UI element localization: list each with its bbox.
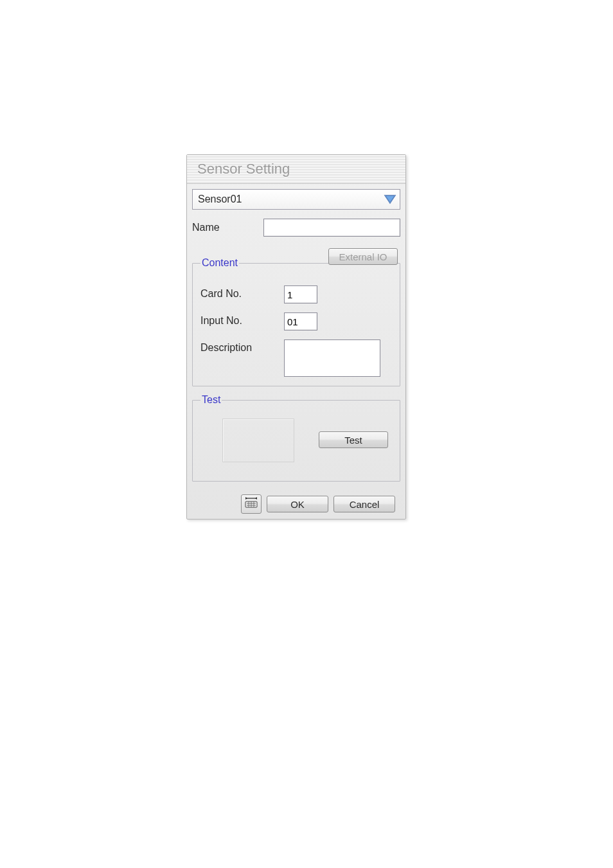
dialog-title: Sensor Setting xyxy=(197,161,290,177)
description-input[interactable] xyxy=(284,339,380,377)
external-io-button[interactable]: External IO xyxy=(328,248,398,265)
name-row: Name xyxy=(192,219,400,237)
svg-marker-3 xyxy=(245,497,247,500)
test-group: Test Test xyxy=(192,394,400,482)
input-no-input[interactable] xyxy=(284,312,317,330)
test-button[interactable]: Test xyxy=(319,431,388,448)
input-no-row: Input No. xyxy=(200,312,392,330)
description-row: Description xyxy=(200,339,392,377)
test-legend: Test xyxy=(200,394,222,406)
svg-marker-0 xyxy=(385,195,395,203)
keyboard-icon xyxy=(244,497,258,511)
titlebar: Sensor Setting xyxy=(187,155,405,184)
dialog-body: Sensor01 Name External IO Content Card N… xyxy=(187,184,405,519)
dialog-footer: OK Cancel xyxy=(192,482,400,519)
description-label: Description xyxy=(200,339,284,354)
dropdown-arrow-icon xyxy=(383,192,397,206)
sensor-dropdown-selected: Sensor01 xyxy=(198,194,242,205)
ok-button[interactable]: OK xyxy=(267,496,328,512)
cancel-button[interactable]: Cancel xyxy=(333,496,395,512)
content-group: Content Card No. Input No. Description xyxy=(192,257,400,386)
svg-marker-4 xyxy=(255,497,257,500)
card-no-row: Card No. xyxy=(200,285,392,303)
name-label: Name xyxy=(192,222,263,233)
onscreen-keyboard-button[interactable] xyxy=(241,494,262,514)
name-input[interactable] xyxy=(263,219,400,237)
sensor-setting-dialog: Sensor Setting Sensor01 Name External IO… xyxy=(186,154,406,520)
input-no-label: Input No. xyxy=(200,312,284,327)
sensor-dropdown[interactable]: Sensor01 xyxy=(192,189,400,210)
card-no-input[interactable] xyxy=(284,285,317,303)
external-io-row: External IO xyxy=(192,248,400,265)
test-preview-box xyxy=(222,419,294,462)
card-no-label: Card No. xyxy=(200,285,284,300)
